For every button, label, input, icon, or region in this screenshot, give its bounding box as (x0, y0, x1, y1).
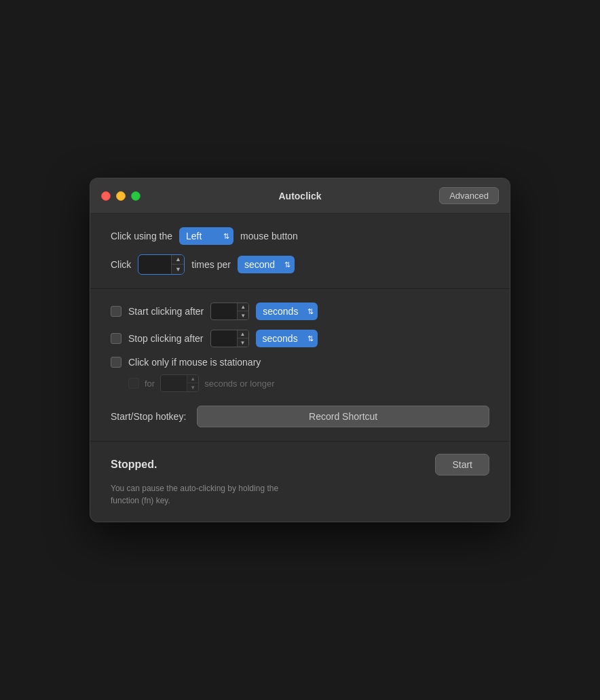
times-input[interactable]: 20 (138, 256, 171, 273)
minimize-button[interactable] (116, 191, 126, 201)
stationary-stepper: ▲ ▼ (187, 375, 198, 391)
times-input-wrapper: 20 ▲ ▼ (138, 254, 185, 275)
stationary-sub-row: for 1 ▲ ▼ seconds or longer (128, 374, 489, 392)
stop-stepper: ▲ ▼ (237, 330, 248, 347)
frequency-dropdown-wrapper[interactable]: second minute hour (238, 256, 295, 273)
stop-clicking-row: Stop clicking after 1 ▲ ▼ seconds minute… (111, 330, 489, 347)
start-up-button[interactable]: ▲ (238, 303, 248, 311)
click-prefix-label: Click (111, 259, 131, 270)
times-down-button[interactable]: ▼ (172, 265, 184, 274)
times-suffix-label: times per (191, 259, 231, 270)
titlebar: Autoclick Advanced (90, 178, 510, 214)
traffic-lights (101, 191, 140, 201)
times-stepper: ▲ ▼ (171, 255, 184, 274)
stationary-checkbox-row: Click only if mouse is stationary (111, 357, 489, 368)
footer-hint: You can pause the auto-clicking by holdi… (111, 482, 489, 507)
stationary-up-button[interactable]: ▲ (187, 375, 198, 383)
stationary-value-wrapper: 1 ▲ ▼ (160, 374, 199, 392)
start-value-input[interactable]: 1 (211, 304, 237, 319)
hotkey-label: Start/Stop hotkey: (111, 411, 186, 422)
stationary-suffix-label: seconds or longer (204, 378, 274, 389)
click-settings-section: Click using the Left Right Middle mouse … (90, 214, 510, 289)
start-stepper: ▲ ▼ (237, 303, 248, 319)
fullscreen-button[interactable] (131, 191, 140, 201)
status-text: Stopped. (111, 459, 157, 471)
stop-down-button[interactable]: ▼ (238, 338, 248, 347)
app-window: Autoclick Advanced Click using the Left … (90, 178, 510, 522)
start-unit-wrapper[interactable]: seconds minutes hours (256, 303, 318, 320)
times-up-button[interactable]: ▲ (172, 255, 184, 265)
mouse-button-select[interactable]: Left Right Middle (179, 227, 233, 245)
mouse-button-row: Click using the Left Right Middle mouse … (111, 227, 489, 245)
stop-up-button[interactable]: ▲ (238, 330, 248, 338)
record-shortcut-button[interactable]: Record Shortcut (197, 406, 489, 427)
stationary-for-label: for (145, 378, 155, 389)
start-value-wrapper: 1 ▲ ▼ (210, 303, 249, 320)
start-clicking-row: Start clicking after 1 ▲ ▼ seconds minut… (111, 303, 489, 320)
start-clicking-label: Start clicking after (128, 306, 204, 317)
stop-clicking-checkbox[interactable] (111, 333, 121, 344)
start-unit-select[interactable]: seconds minutes hours (256, 303, 318, 320)
timing-section: Start clicking after 1 ▲ ▼ seconds minut… (90, 289, 510, 442)
window-title: Autoclick (278, 191, 321, 201)
stop-clicking-label: Stop clicking after (128, 333, 204, 344)
click-rate-row: Click 20 ▲ ▼ times per second minute hou… (111, 254, 489, 275)
stationary-down-button[interactable]: ▼ (187, 383, 198, 391)
advanced-button[interactable]: Advanced (439, 187, 499, 204)
stationary-value-input[interactable]: 1 (161, 376, 187, 391)
mouse-button-dropdown-wrapper[interactable]: Left Right Middle (179, 227, 233, 245)
stop-unit-wrapper[interactable]: seconds minutes hours (256, 330, 318, 347)
close-button[interactable] (101, 191, 111, 201)
stationary-for-checkbox[interactable] (128, 378, 139, 389)
stop-value-wrapper: 1 ▲ ▼ (210, 330, 249, 347)
click-using-label: Click using the (111, 231, 172, 241)
stationary-label: Click only if mouse is stationary (128, 357, 261, 368)
footer-section: Stopped. Start You can pause the auto-cl… (90, 442, 510, 522)
footer-top-row: Stopped. Start (111, 454, 489, 475)
start-down-button[interactable]: ▼ (238, 311, 248, 319)
stationary-checkbox[interactable] (111, 357, 121, 368)
stop-value-input[interactable]: 1 (211, 331, 237, 347)
stationary-section: Click only if mouse is stationary for 1 … (111, 357, 489, 392)
start-button[interactable]: Start (435, 454, 489, 475)
hotkey-row: Start/Stop hotkey: Record Shortcut (111, 406, 489, 427)
mouse-button-suffix: mouse button (240, 231, 298, 241)
stop-unit-select[interactable]: seconds minutes hours (256, 330, 318, 347)
start-clicking-checkbox[interactable] (111, 306, 121, 317)
frequency-select[interactable]: second minute hour (238, 256, 295, 273)
